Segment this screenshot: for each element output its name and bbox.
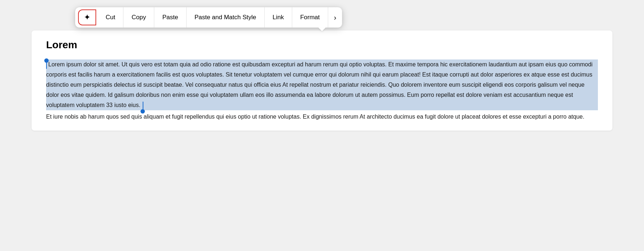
- link-button[interactable]: Link: [265, 7, 292, 28]
- ai-button[interactable]: ✦: [78, 9, 96, 25]
- format-button[interactable]: Format: [292, 7, 328, 28]
- paste-button[interactable]: Paste: [154, 7, 186, 28]
- selection-wrapper: Lorem Lorem ipsum dolor sit amet. Ut qui…: [46, 39, 598, 122]
- context-toolbar: ✦ Cut Copy Paste Paste and Match Style L…: [75, 7, 342, 28]
- toolbar-arrow: [318, 28, 326, 31]
- content-area: Lorem Lorem ipsum dolor sit amet. Ut qui…: [32, 30, 612, 131]
- cursor-dot-top: [44, 58, 49, 63]
- paste-match-button[interactable]: Paste and Match Style: [187, 7, 265, 28]
- normal-paragraph: Et iure nobis ab harum quos sed quis ali…: [46, 112, 598, 122]
- page-container: ✦ Cut Copy Paste Paste and Match Style L…: [32, 7, 612, 131]
- cut-button[interactable]: Cut: [98, 7, 123, 28]
- page-title: Lorem: [46, 39, 77, 51]
- selected-paragraph: Lorem ipsum dolor sit amet. Ut quis vero…: [46, 61, 592, 108]
- copy-button[interactable]: Copy: [123, 7, 154, 28]
- selected-text-block[interactable]: Lorem ipsum dolor sit amet. Ut quis vero…: [46, 59, 598, 110]
- ai-icon: ✦: [84, 13, 90, 22]
- more-button[interactable]: ›: [328, 7, 343, 28]
- cursor-end: [143, 102, 143, 110]
